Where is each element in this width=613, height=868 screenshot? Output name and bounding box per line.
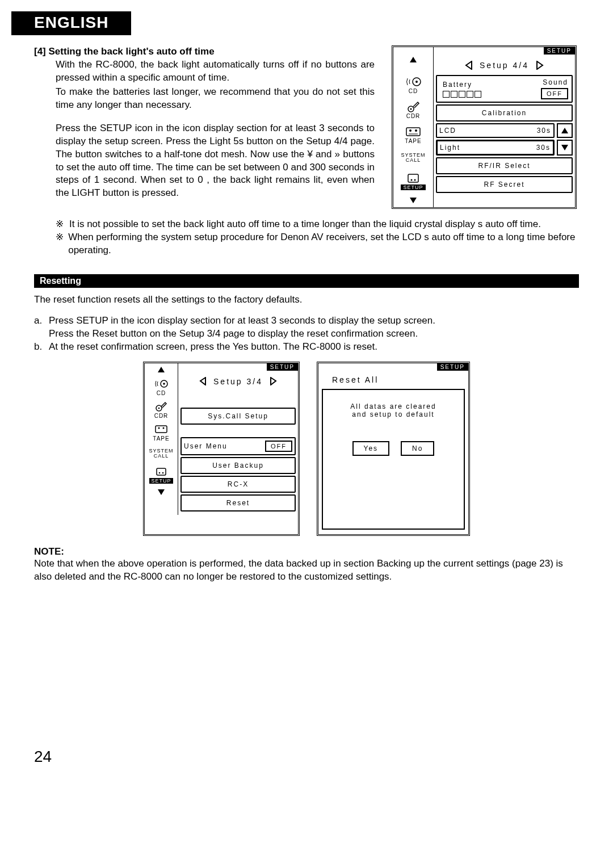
setup34-title-row: Setup 3/4 xyxy=(180,374,296,389)
scroll-up-icon xyxy=(158,367,165,372)
section-4-p2: To make the batteries last longer, we re… xyxy=(56,86,375,112)
reset-screens-row: CD CDR TAPE SYSTEM CALL SETUP xyxy=(34,362,579,536)
battery-label: Battery xyxy=(443,81,481,89)
svg-point-1 xyxy=(415,81,418,83)
svg-point-8 xyxy=(411,179,413,181)
step-b-marker: b. xyxy=(34,341,49,354)
userbackup-button: User Backup xyxy=(180,457,296,474)
sound-value: OFF xyxy=(541,88,568,99)
yes-button: Yes xyxy=(352,441,390,456)
setup34-title: Setup 3/4 xyxy=(213,377,263,386)
icon-label-setup: SETUP xyxy=(401,184,425,190)
svg-point-16 xyxy=(163,427,165,429)
rc-x-button: RC-X xyxy=(180,476,296,493)
svg-point-15 xyxy=(158,427,160,429)
prev-page-icon xyxy=(199,377,207,385)
resetting-intro: The reset function resets all the settin… xyxy=(34,293,579,307)
next-page-icon xyxy=(270,377,277,385)
svg-point-19 xyxy=(162,472,164,473)
up-button xyxy=(557,123,573,138)
section-4-num: [4] xyxy=(34,46,46,57)
icon-label-systemcall: SYSTEM CALL xyxy=(393,153,433,163)
step-a-text2: Press the Reset button on the Setup 3/4 … xyxy=(49,328,418,341)
svg-point-13 xyxy=(158,408,160,409)
lcd-row: LCD30s xyxy=(436,123,555,138)
svg-point-6 xyxy=(415,129,417,132)
svg-point-5 xyxy=(409,129,412,132)
usermenu-row: User Menu OFF xyxy=(180,437,296,455)
setup-tag: SETUP xyxy=(437,363,468,371)
down-button xyxy=(557,140,573,156)
section-4-title: Setting the back light's auto off time xyxy=(49,46,215,57)
note-marker: ※ xyxy=(56,218,69,231)
svg-rect-7 xyxy=(408,174,418,182)
step-a-marker: a. xyxy=(34,315,49,328)
scroll-down-icon xyxy=(158,489,165,495)
usermenu-value: OFF xyxy=(265,441,292,452)
svg-rect-17 xyxy=(157,468,166,475)
section-4-p3: Press the SETUP icon in the icon display… xyxy=(56,122,375,200)
sound-label: Sound xyxy=(543,78,568,86)
resetting-heading: Resetting xyxy=(34,274,579,288)
reset-button: Reset xyxy=(180,494,296,511)
cd-icon xyxy=(405,76,421,88)
svg-point-3 xyxy=(410,108,412,110)
cdr-icon xyxy=(155,400,167,413)
setup-icon xyxy=(156,466,167,478)
prev-page-icon xyxy=(465,61,473,70)
section4-note1: It is not possible to set the back light… xyxy=(69,218,541,231)
icon-label-cd: CD xyxy=(409,88,418,94)
tape-icon xyxy=(405,125,421,138)
step-a-text: Press SETUP in the icon display section … xyxy=(49,315,435,328)
no-button: No xyxy=(401,441,434,456)
icon-label-cdr: CDR xyxy=(154,413,169,419)
battery-sound-row: Battery Sound OFF xyxy=(436,75,573,103)
reset-confirm-screen: SETUP Reset All All datas are cleared an… xyxy=(317,362,470,536)
note-label: NOTE: xyxy=(34,546,579,557)
note-text: Note that when the above operation is pe… xyxy=(34,557,579,584)
setup-tag: SETUP xyxy=(267,363,298,371)
cd-icon xyxy=(154,378,168,390)
tape-icon xyxy=(154,423,168,435)
language-header: ENGLISH xyxy=(11,11,131,35)
icon-label-tape: TAPE xyxy=(405,138,421,144)
cdr-icon xyxy=(406,100,420,113)
battery-level-icon xyxy=(443,91,481,98)
rf-ir-button: RF/IR Select xyxy=(436,157,573,174)
reset-msg1: All datas are cleared xyxy=(350,402,436,410)
next-page-icon xyxy=(536,61,544,70)
section-4-p1: With the RC-8000, the back light automat… xyxy=(56,58,375,85)
setup-icon xyxy=(407,172,419,184)
svg-point-11 xyxy=(163,383,165,385)
icon-label-setup: SETUP xyxy=(149,478,173,484)
setup-3-4-screen: CD CDR TAPE SYSTEM CALL SETUP xyxy=(143,362,300,536)
reset-dialog-title: Reset All xyxy=(321,372,466,388)
setup-4-4-screen: CD CDR TAPE SYSTEM CALL xyxy=(392,45,579,209)
section-4-text: [4] Setting the back light's auto off ti… xyxy=(34,45,375,200)
icon-label-cdr: CDR xyxy=(406,113,421,119)
icon-label-tape: TAPE xyxy=(153,435,169,442)
page-number: 24 xyxy=(34,748,579,766)
light-row-selected: Light30s xyxy=(436,140,555,156)
setup-title-row: Setup 4/4 xyxy=(436,57,573,73)
rf-secret-button: RF Secret xyxy=(436,176,573,193)
setup-title: Setup 4/4 xyxy=(480,61,529,70)
svg-rect-4 xyxy=(406,128,420,136)
scroll-up-icon xyxy=(410,57,417,62)
svg-point-9 xyxy=(414,179,416,181)
icon-label-cd: CD xyxy=(157,390,166,396)
svg-point-18 xyxy=(159,472,161,473)
syscall-button: Sys.Call Setup xyxy=(180,408,296,425)
calibration-button: Calibration xyxy=(436,104,573,121)
manual-page: ENGLISH [4] Setting the back light's aut… xyxy=(0,0,613,777)
icon-column: CD CDR TAPE SYSTEM CALL xyxy=(393,47,434,207)
scroll-down-icon xyxy=(410,198,417,203)
icon-label-systemcall: SYSTEM CALL xyxy=(145,448,178,459)
note-marker: ※ xyxy=(56,231,68,257)
svg-rect-14 xyxy=(156,426,167,433)
step-b-text: At the reset confirmation screen, press … xyxy=(49,341,377,354)
setup-tag: SETUP xyxy=(544,47,575,54)
section4-note2: When performing the system setup procedu… xyxy=(68,231,579,257)
reset-msg2: and setup to default xyxy=(352,410,434,418)
